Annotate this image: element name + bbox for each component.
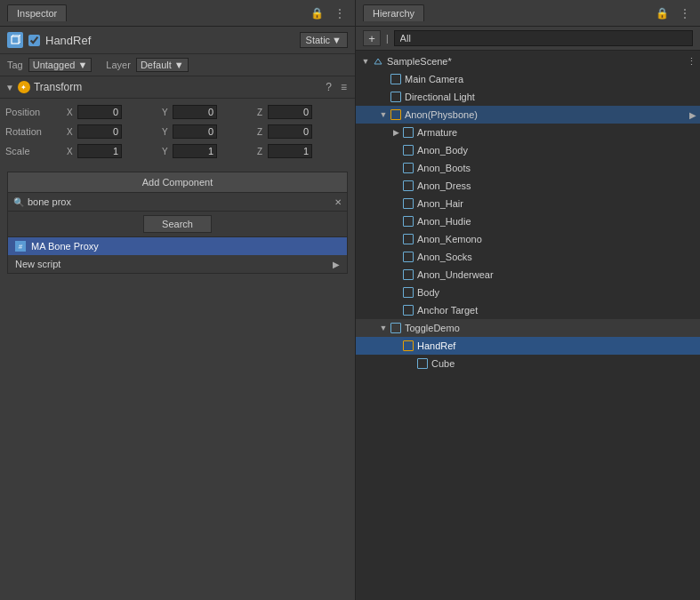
anon-underwear-label: Anon_Underwear — [417, 269, 494, 280]
transform-fields: Position X Y Z — [0, 99, 355, 164]
inspector-tab-bar: Inspector 🔒 ⋮ — [0, 0, 355, 27]
scene-more-icon[interactable]: ⋮ — [687, 56, 696, 68]
layer-dropdown[interactable]: Default ▼ — [136, 58, 189, 72]
position-y-input[interactable] — [173, 105, 217, 119]
position-x-input[interactable] — [77, 105, 122, 119]
transform-component-header: ▼ ✦ Transform ? ≡ — [0, 76, 355, 99]
tree-item-anon-kemono[interactable]: Anon_Kemono — [356, 230, 700, 248]
position-row: Position X Y Z — [0, 102, 355, 122]
rotation-z-field: Z — [257, 124, 350, 139]
object-active-checkbox[interactable] — [28, 35, 40, 46]
object-3d-icon — [7, 32, 23, 48]
tree-item-directional-light[interactable]: Directional Light — [356, 88, 700, 106]
component-result-item-0[interactable]: # MA Bone Proxy — [8, 237, 347, 255]
component-search-row: 🔍 ✕ — [8, 193, 347, 212]
hierarchy-search-input[interactable] — [394, 30, 693, 46]
tree-item-anon-boots[interactable]: Anon_Boots — [356, 159, 700, 177]
scale-y-label: Y — [162, 147, 171, 156]
anon-kemono-label: Anon_Kemono — [417, 234, 482, 244]
rotation-z-input[interactable] — [268, 124, 312, 139]
rotation-y-input[interactable] — [173, 124, 217, 139]
main-camera-icon — [390, 73, 402, 85]
tree-item-scene[interactable]: ▼ SampleScene* ⋮ — [356, 52, 700, 70]
scale-x-label: X — [67, 147, 76, 156]
inspector-menu-icon[interactable]: ⋮ — [332, 6, 348, 20]
scale-x-input[interactable] — [77, 144, 122, 158]
transform-label: Transform — [34, 81, 319, 93]
tree-item-anchor-target[interactable]: Anchor Target — [356, 301, 700, 319]
anon-physbone-label: Anon(Physbone) — [405, 109, 478, 120]
position-z-field: Z — [257, 105, 350, 119]
add-component-section: Add Component 🔍 ✕ Search # MA Bone Proxy… — [7, 172, 348, 274]
rotation-z-label: Z — [257, 127, 266, 137]
tree-item-body[interactable]: Body — [356, 284, 700, 301]
tree-item-armature[interactable]: ▶ Armature — [356, 124, 700, 141]
component-search-clear[interactable]: ✕ — [334, 197, 342, 207]
handref-label: HandRef — [417, 340, 455, 351]
tree-item-handref[interactable]: HandRef — [356, 337, 700, 355]
add-component-header: Add Component — [8, 172, 347, 193]
tag-label: Tag — [7, 60, 23, 70]
anon-boots-label: Anon_Boots — [417, 163, 471, 173]
hierarchy-lock-icon[interactable]: 🔒 — [653, 6, 672, 20]
tree-item-anon-underwear[interactable]: Anon_Underwear — [356, 266, 700, 284]
tree-item-anon-body[interactable]: Anon_Body — [356, 141, 700, 159]
anon-boots-icon — [402, 162, 414, 174]
position-x-field: X — [67, 105, 159, 119]
scale-z-input[interactable] — [268, 144, 312, 158]
toolbar-separator: | — [384, 34, 390, 44]
anon-body-icon — [402, 144, 414, 156]
rotation-row: Rotation X Y Z — [0, 122, 355, 141]
component-search-button[interactable]: Search — [143, 215, 212, 233]
anon-physbone-icon — [390, 108, 402, 121]
tag-layer-row: Tag Untagged ▼ Layer Default ▼ — [0, 54, 355, 76]
component-search-input[interactable] — [28, 196, 331, 207]
scale-y-input[interactable] — [173, 144, 217, 158]
armature-arrow: ▶ — [390, 128, 402, 137]
new-script-item[interactable]: New script ▶ — [8, 255, 347, 273]
tree-item-anon-hudie[interactable]: Anon_Hudie — [356, 212, 700, 230]
hierarchy-add-button[interactable]: + — [363, 30, 381, 46]
hierarchy-tab[interactable]: Hierarchy — [363, 4, 424, 21]
tree-item-cube[interactable]: Cube — [356, 355, 700, 372]
toggle-demo-label: ToggleDemo — [405, 323, 460, 333]
object-name: HandRef — [45, 34, 294, 47]
anon-physbone-more-icon[interactable]: ▶ — [689, 110, 696, 120]
new-script-arrow-icon: ▶ — [333, 260, 340, 269]
tree-item-anon-dress[interactable]: Anon_Dress — [356, 177, 700, 195]
tree-item-anon-physbone[interactable]: ▼ Anon(Physbone) ▶ — [356, 106, 700, 124]
hierarchy-tab-bar: Hierarchy 🔒 ⋮ — [356, 0, 700, 27]
cube-obj-icon — [416, 357, 429, 370]
scene-label: SampleScene* — [387, 56, 452, 67]
static-button[interactable]: Static ▼ — [300, 32, 348, 48]
position-z-input[interactable] — [268, 105, 312, 119]
inspector-panel: Inspector 🔒 ⋮ HandRef Stati — [0, 0, 356, 600]
anon-underwear-icon — [402, 268, 414, 281]
scene-obj-icon — [372, 55, 384, 68]
scale-x-field: X — [67, 144, 159, 158]
anon-hudie-label: Anon_Hudie — [417, 216, 471, 227]
transform-menu-icon[interactable]: ≡ — [338, 80, 350, 94]
transform-expand-arrow[interactable]: ▼ — [5, 83, 14, 92]
tree-item-toggle-demo[interactable]: ▼ ToggleDemo — [356, 319, 700, 337]
tree-item-anon-socks[interactable]: Anon_Socks — [356, 248, 700, 266]
scale-row: Scale X Y Z — [0, 141, 355, 161]
component-search-button-row: Search — [8, 212, 347, 237]
tree-item-anon-hair[interactable]: Anon_Hair — [356, 195, 700, 212]
tree-item-main-camera[interactable]: Main Camera — [356, 70, 700, 88]
transform-help-icon[interactable]: ? — [323, 80, 334, 94]
inspector-tab[interactable]: Inspector — [7, 4, 67, 21]
handref-icon — [402, 340, 414, 352]
inspector-lock-icon[interactable]: 🔒 — [308, 6, 326, 20]
scale-z-label: Z — [257, 147, 266, 156]
anchor-target-label: Anchor Target — [417, 305, 478, 316]
scale-y-field: Y — [162, 144, 254, 158]
anon-kemono-icon — [402, 233, 414, 245]
tag-dropdown[interactable]: Untagged ▼ — [28, 58, 93, 72]
rotation-x-input[interactable] — [77, 124, 122, 139]
armature-label: Armature — [417, 127, 457, 138]
position-z-label: Z — [257, 108, 266, 117]
component-result-icon-0: # — [15, 241, 26, 252]
position-y-field: Y — [162, 105, 254, 119]
hierarchy-menu-icon[interactable]: ⋮ — [677, 6, 693, 20]
